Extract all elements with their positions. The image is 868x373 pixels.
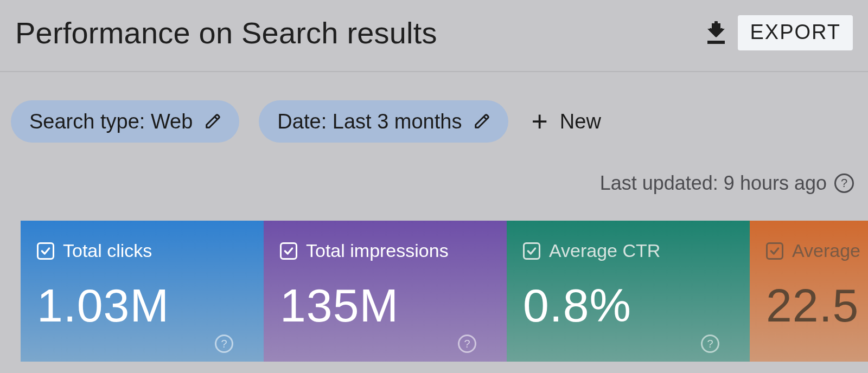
metric-card-value: 0.8%	[523, 279, 733, 332]
download-icon	[705, 21, 727, 45]
metric-card-value: 22.5	[766, 279, 864, 332]
help-icon[interactable]: ?	[701, 335, 719, 353]
metric-card-label: Total clicks	[63, 240, 152, 261]
metric-card-label: Average CTR	[549, 240, 660, 261]
page-header: Performance on Search results EXPORT	[0, 0, 868, 72]
help-icon[interactable]: ?	[215, 335, 233, 353]
checkbox-icon[interactable]	[37, 242, 54, 260]
filters-row: Search type: Web Date: Last 3 months + N…	[0, 72, 868, 143]
metric-card-label: Average	[792, 240, 860, 261]
last-updated-text: Last updated: 9 hours ago	[600, 172, 827, 195]
metric-card-value: 1.03M	[37, 279, 247, 332]
svg-rect-0	[707, 41, 725, 44]
checkbox-icon[interactable]	[523, 242, 540, 260]
plus-icon: +	[531, 107, 547, 136]
metric-card-head: Average CTR	[523, 240, 733, 261]
page-title: Performance on Search results	[15, 15, 437, 50]
add-filter-label: New	[560, 110, 601, 133]
metric-cards: Total clicks 1.03M ? Total impressions 1…	[0, 221, 868, 362]
metric-card-clicks[interactable]: Total clicks 1.03M ?	[21, 221, 264, 362]
metric-card-value: 135M	[280, 279, 490, 332]
pencil-icon	[205, 113, 221, 130]
help-icon[interactable]: ?	[834, 173, 854, 193]
metric-card-position[interactable]: Average 22.5	[750, 221, 868, 362]
filter-chip-label: Date: Last 3 months	[277, 110, 462, 133]
add-filter-button[interactable]: + New	[528, 107, 601, 136]
export-group: EXPORT	[705, 15, 853, 50]
metric-card-impressions[interactable]: Total impressions 135M ?	[264, 221, 507, 362]
filter-chip-date[interactable]: Date: Last 3 months	[259, 100, 508, 143]
metric-card-head: Average	[766, 240, 864, 261]
checkbox-icon[interactable]	[766, 242, 783, 260]
metric-card-label: Total impressions	[306, 240, 449, 261]
metric-card-head: Total impressions	[280, 240, 490, 261]
metric-card-head: Total clicks	[37, 240, 247, 261]
filter-chip-label: Search type: Web	[29, 110, 193, 133]
filter-chip-search-type[interactable]: Search type: Web	[11, 100, 239, 143]
help-icon[interactable]: ?	[458, 335, 476, 353]
export-button[interactable]: EXPORT	[738, 15, 853, 50]
last-updated-row: Last updated: 9 hours ago ?	[0, 143, 868, 195]
checkbox-icon[interactable]	[280, 242, 297, 260]
pencil-icon	[474, 113, 490, 130]
metric-card-ctr[interactable]: Average CTR 0.8% ?	[507, 221, 750, 362]
